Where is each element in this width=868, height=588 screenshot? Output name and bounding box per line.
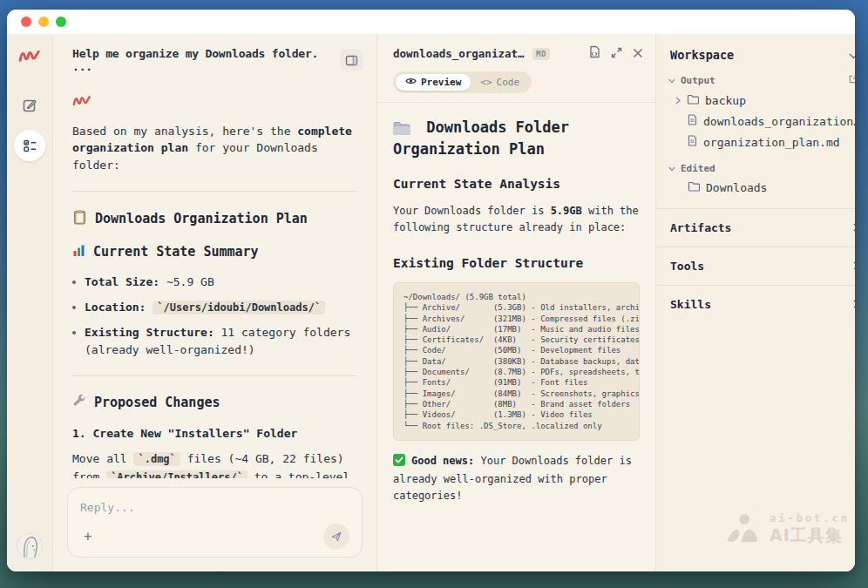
- move-instruction-text: Move all `.dmg` files (~4 GB, 22 files) …: [72, 450, 357, 478]
- summary-bullets: Total Size: ~5.9 GB Location: `/Users/id…: [72, 274, 357, 358]
- expand-icon[interactable]: [611, 45, 622, 62]
- changes-heading: Proposed Changes: [72, 394, 357, 413]
- folder-icon: [393, 121, 410, 135]
- file-icon: [688, 135, 697, 149]
- code-brackets-icon: <>: [480, 77, 492, 88]
- toggle-sidebar-icon[interactable]: [340, 49, 363, 71]
- doc-title: Downloads Folder Organization Plan: [393, 117, 640, 160]
- attach-plus-button[interactable]: +: [80, 528, 96, 545]
- chevron-down-icon: [668, 163, 675, 174]
- open-file-icon[interactable]: [588, 45, 600, 62]
- folder-icon: [687, 94, 699, 107]
- bullet-total-size: Total Size: ~5.9 GB: [72, 274, 357, 291]
- chevron-right-icon: [675, 94, 681, 107]
- titlebar: [7, 10, 855, 34]
- workspace-group-output[interactable]: Output: [656, 69, 855, 91]
- markdown-preview: Downloads Folder Organization Plan Curre…: [377, 102, 655, 571]
- doc-h2-current-state: Current State Analysis: [393, 176, 640, 193]
- divider: [72, 191, 357, 192]
- user-avatar[interactable]: [17, 533, 43, 559]
- app-logo-icon: [18, 48, 41, 67]
- inline-code: `/Users/idoubi/Downloads/`: [153, 301, 325, 314]
- watermark-line2: AI工具集: [770, 524, 850, 547]
- chat-thread-title[interactable]: Help me organize my Downloads folder. ..…: [72, 47, 340, 73]
- side-sections: Artifacts Tools Skills: [656, 208, 855, 323]
- chevron-down-icon: [668, 75, 675, 86]
- file-icon: [688, 114, 697, 128]
- inline-code: `Archive/Installers/`: [106, 470, 248, 479]
- traffic-light-close[interactable]: [21, 17, 31, 27]
- left-rail: [7, 34, 52, 571]
- folder-tree-codeblock[interactable]: ~/Downloads/ (5.9GB total) ├── Archive/ …: [393, 282, 640, 441]
- bar-chart-icon: [72, 244, 85, 262]
- clipboard-icon: [72, 209, 87, 230]
- send-button[interactable]: [323, 524, 349, 550]
- watermark-line1: ai-bot.cn: [770, 512, 850, 524]
- wrench-icon: [72, 394, 86, 413]
- section-skills[interactable]: Skills: [656, 285, 855, 323]
- bullet-existing-structure: Existing Structure: 11 category folders …: [72, 324, 357, 358]
- check-icon: [393, 454, 405, 471]
- section-tools[interactable]: Tools: [656, 247, 855, 285]
- workspace-group-edited[interactable]: Edited: [656, 158, 855, 178]
- summary-heading: Current State Summary: [72, 244, 357, 262]
- good-news-text: Good news: Your Downloads folder is alre…: [393, 453, 640, 504]
- traffic-light-zoom[interactable]: [56, 17, 66, 27]
- close-icon[interactable]: [633, 45, 643, 62]
- doc-h2-structure: Existing Folder Structure: [393, 255, 640, 272]
- tree-item-downloads-organization-file[interactable]: downloads_organization…: [656, 111, 855, 132]
- reply-input[interactable]: [80, 501, 349, 514]
- chevron-down-icon: [849, 48, 855, 62]
- watermark-logo-icon: [724, 513, 761, 546]
- workspace-panel: Workspace Output backup downloads_organi…: [655, 34, 855, 571]
- chevron-right-icon: [853, 260, 855, 273]
- reply-box: +: [67, 487, 363, 558]
- step1-title: 1. Create New "Installers" Folder: [72, 425, 357, 443]
- plan-heading: Downloads Organization Plan: [72, 209, 357, 230]
- chat-panel: Help me organize my Downloads folder. ..…: [52, 34, 376, 571]
- chevron-right-icon: [853, 221, 855, 234]
- eye-icon: [405, 77, 417, 88]
- artifact-header: downloads_organization_pl… MD: [377, 34, 655, 70]
- tab-code[interactable]: <> Code: [471, 74, 529, 91]
- workspace-section-header[interactable]: Workspace: [656, 34, 855, 69]
- tab-preview[interactable]: Preview: [396, 74, 471, 91]
- divider: [72, 375, 357, 376]
- traffic-light-minimize[interactable]: [38, 17, 49, 27]
- doc-current-state-text: Your Downloads folder is 5.9GB with the …: [393, 203, 640, 236]
- assistant-intro-text: Based on my analysis, here's the complet…: [72, 123, 357, 174]
- app-body: Help me organize my Downloads folder. ..…: [7, 34, 855, 571]
- folder-icon: [688, 181, 700, 194]
- assistant-logo-icon: [72, 94, 357, 112]
- chat-header: Help me organize my Downloads folder. ..…: [53, 34, 376, 80]
- inline-code: `.dmg`: [133, 452, 180, 466]
- artifact-panel: downloads_organization_pl… MD Preview <>: [376, 34, 655, 571]
- tree-item-organization-plan-file[interactable]: organization_plan.md: [656, 132, 855, 152]
- tree-item-backup[interactable]: backup: [656, 91, 855, 111]
- bullet-location: Location: `/Users/idoubi/Downloads/`: [72, 299, 357, 317]
- chat-messages: Based on my analysis, here's the complet…: [53, 80, 376, 478]
- artifact-title: downloads_organization_pl…: [393, 47, 526, 60]
- new-chat-button[interactable]: [14, 90, 45, 121]
- watermark: ai-bot.cn AI工具集: [724, 512, 850, 547]
- md-badge: MD: [532, 48, 550, 60]
- artifact-tabs: Preview <> Code: [377, 70, 655, 102]
- chevron-right-icon: [853, 298, 855, 311]
- app-window: Help me organize my Downloads folder. ..…: [7, 10, 855, 571]
- tree-item-downloads-folder[interactable]: Downloads: [656, 178, 855, 198]
- external-link-icon[interactable]: [848, 74, 855, 87]
- tasks-button[interactable]: [14, 130, 45, 161]
- section-artifacts[interactable]: Artifacts: [656, 208, 855, 247]
